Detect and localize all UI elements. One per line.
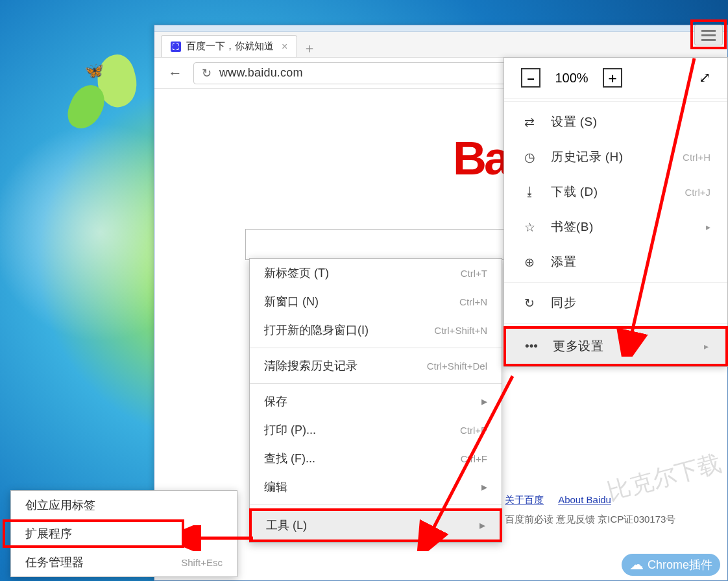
annotation-box-tools: 工具 (L) ▸: [249, 508, 502, 542]
watermark-label: Chrome插件: [648, 557, 712, 573]
submenu-arrow-icon: ▸: [479, 518, 485, 532]
new-tab-button[interactable]: ＋: [301, 40, 318, 57]
menu-separator: [250, 348, 502, 348]
menu-item-bookmarks[interactable]: ☆ 书签(B) ▸: [504, 209, 727, 244]
menu-item-label: 更多设置: [553, 338, 691, 355]
more-settings-submenu: 新标签页 (T) Ctrl+T 新窗口 (N) Ctrl+N 打开新的隐身窗口(…: [249, 258, 502, 543]
tools-item-label: 创立应用标签: [25, 497, 223, 513]
annotation-box-more-settings: ••• 更多设置 ▸: [504, 326, 728, 366]
submenu-label: 工具 (L): [266, 517, 479, 533]
footer-links: 关于百度 About Baidu: [505, 494, 623, 506]
submenu-item-tools[interactable]: 工具 (L) ▸: [252, 511, 500, 540]
footer-legal: 百度前必读 意见反馈 京ICP证030173号: [505, 514, 675, 526]
submenu-arrow-icon: ▸: [481, 480, 487, 494]
menu-separator: [504, 282, 727, 283]
tab-title: 百度一下，你就知道: [186, 40, 274, 53]
submenu-label: 编辑: [264, 479, 481, 495]
fullscreen-button[interactable]: ⤢: [699, 69, 710, 86]
reload-icon[interactable]: ↻: [202, 66, 212, 80]
menu-item-label: 下载 (D): [551, 184, 672, 200]
favicon-icon: [171, 42, 181, 52]
footer-link-about-en[interactable]: About Baidu: [558, 494, 611, 505]
tools-item-extensions[interactable]: 扩展程序: [11, 519, 237, 548]
submenu-item-new-window[interactable]: 新窗口 (N) Ctrl+N: [250, 287, 502, 316]
tools-submenu: 创立应用标签 扩展程序 任务管理器 Shift+Esc: [10, 490, 237, 577]
browser-tab[interactable]: 百度一下，你就知道 ×: [161, 35, 297, 57]
submenu-shortcut: Ctrl+Shift+N: [434, 325, 487, 336]
back-button[interactable]: ←: [166, 65, 184, 82]
submenu-item-print[interactable]: 打印 (P)... Ctrl+P: [250, 416, 502, 444]
zoom-value: 100%: [552, 71, 591, 86]
submenu-label: 新标签页 (T): [264, 265, 461, 281]
cloud-icon: ☁: [629, 556, 644, 573]
submenu-item-clear-history[interactable]: 清除搜索历史记录 Ctrl+Shift+Del: [250, 351, 502, 380]
history-icon: ◷: [521, 150, 538, 165]
menu-separator: [250, 383, 502, 384]
star-icon: ☆: [521, 220, 538, 235]
zoom-in-button[interactable]: ＋: [603, 68, 622, 88]
tools-item-create-app-tag[interactable]: 创立应用标签: [11, 491, 237, 519]
menu-item-add[interactable]: ⊕ 添置: [504, 244, 727, 279]
menu-item-settings[interactable]: ⇄ 设置 (S): [504, 104, 727, 139]
ellipsis-icon: •••: [523, 339, 540, 353]
annotation-box-hamburger: [690, 19, 727, 49]
menu-shortcut: Ctrl+H: [683, 152, 710, 163]
submenu-arrow-icon: ▸: [704, 341, 709, 351]
submenu-shortcut: Ctrl+P: [460, 425, 487, 436]
tools-item-task-manager[interactable]: 任务管理器 Shift+Esc: [11, 548, 237, 576]
submenu-shortcut: Ctrl+Shift+Del: [427, 361, 487, 372]
settings-icon: ⇄: [521, 115, 538, 130]
menu-item-label: 历史记录 (H): [551, 148, 670, 165]
submenu-label: 保存: [264, 394, 481, 409]
menu-item-label: 添置: [551, 254, 710, 270]
plus-circle-icon: ⊕: [521, 255, 538, 270]
url-text: www.baidu.com: [219, 66, 303, 80]
menu-separator: [504, 323, 727, 324]
submenu-shortcut: Ctrl+N: [459, 296, 487, 307]
watermark-badge: ☁ Chrome插件: [622, 554, 720, 576]
window-titlebar[interactable]: [154, 25, 727, 32]
sync-icon: ↻: [521, 296, 538, 311]
submenu-label: 查找 (F)...: [264, 451, 461, 466]
zoom-row: – 100% ＋ ⤢: [504, 58, 727, 99]
wallpaper-leaf: [91, 51, 143, 112]
tab-close-button[interactable]: ×: [282, 41, 287, 53]
tab-strip: 百度一下，你就知道 × ＋: [154, 32, 727, 58]
menu-shortcut: Ctrl+J: [685, 187, 710, 198]
tools-item-label: 任务管理器: [25, 554, 181, 570]
submenu-item-edit[interactable]: 编辑 ▸: [250, 473, 502, 501]
submenu-shortcut: Ctrl+F: [461, 453, 487, 464]
wallpaper-leaf: [64, 80, 110, 134]
submenu-label: 清除搜索历史记录: [264, 358, 427, 374]
hamburger-menu-button[interactable]: [694, 25, 723, 45]
submenu-arrow-icon: ▸: [481, 394, 487, 409]
submenu-item-save[interactable]: 保存 ▸: [250, 387, 502, 416]
submenu-item-find[interactable]: 查找 (F)... Ctrl+F: [250, 444, 502, 473]
menu-item-downloads[interactable]: ⭳ 下载 (D) Ctrl+J: [504, 174, 727, 209]
zoom-out-button[interactable]: –: [521, 68, 540, 88]
baidu-logo: Ba: [453, 132, 507, 185]
submenu-item-new-tab[interactable]: 新标签页 (T) Ctrl+T: [250, 259, 502, 287]
main-menu: – 100% ＋ ⤢ ⇄ 设置 (S) ◷ 历史记录 (H) Ctrl+H ⭳ …: [504, 57, 728, 367]
wallpaper-butterfly-icon: 🦋: [84, 62, 104, 80]
submenu-label: 打开新的隐身窗口(I): [264, 322, 434, 338]
menu-item-sync[interactable]: ↻ 同步: [504, 285, 727, 320]
submenu-label: 新窗口 (N): [264, 294, 459, 309]
menu-item-label: 设置 (S): [551, 113, 710, 130]
submenu-shortcut: Ctrl+T: [461, 268, 487, 279]
menu-separator: [250, 504, 502, 505]
menu-item-label: 书签(B): [551, 219, 693, 235]
menu-item-history[interactable]: ◷ 历史记录 (H) Ctrl+H: [504, 139, 727, 174]
tools-item-shortcut: Shift+Esc: [181, 557, 223, 568]
footer-link-about[interactable]: 关于百度: [505, 494, 544, 505]
menu-item-label: 同步: [551, 294, 710, 311]
submenu-item-incognito[interactable]: 打开新的隐身窗口(I) Ctrl+Shift+N: [250, 316, 502, 344]
tools-item-label: 扩展程序: [25, 526, 223, 541]
menu-separator: [504, 101, 727, 102]
menu-item-more-settings[interactable]: ••• 更多设置 ▸: [506, 329, 725, 364]
submenu-arrow-icon: ▸: [706, 222, 710, 232]
download-icon: ⭳: [521, 185, 538, 199]
submenu-label: 打印 (P)...: [264, 422, 460, 438]
